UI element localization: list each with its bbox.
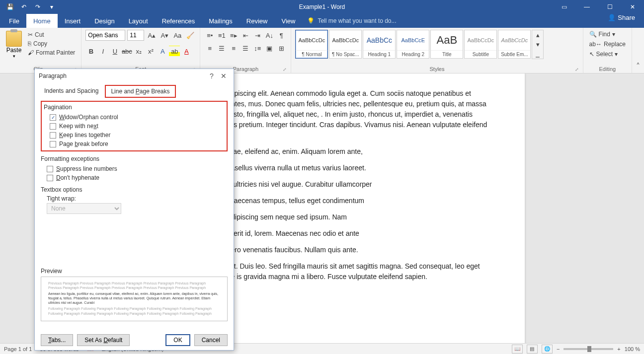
- dont-hyphenate-checkbox[interactable]: Don't hyphenate: [41, 173, 228, 182]
- underline-button[interactable]: U: [109, 46, 120, 57]
- strikethrough-button[interactable]: abc: [121, 46, 132, 57]
- page-break-before-checkbox[interactable]: Page break before: [44, 140, 225, 148]
- tell-me-placeholder: Tell me what you want to do...: [318, 17, 396, 24]
- dialog-tabs: Indents and Spacing Line and Page Breaks: [35, 83, 234, 98]
- text-effects-button[interactable]: A: [157, 46, 168, 57]
- close-button[interactable]: ✕: [621, 0, 644, 14]
- tab-design[interactable]: Design: [87, 14, 121, 28]
- web-layout-button[interactable]: 🌐: [542, 345, 553, 354]
- paragraph-launcher[interactable]: ⤢: [283, 67, 287, 72]
- font-color-button[interactable]: A: [181, 46, 192, 57]
- replace-button[interactable]: ab↔Replace: [587, 40, 628, 49]
- minimize-button[interactable]: —: [575, 0, 598, 14]
- zoom-thumb[interactable]: [587, 346, 591, 352]
- widow-orphan-checkbox[interactable]: ✓Widow/Orphan control: [44, 113, 225, 122]
- align-center-button[interactable]: ☰: [216, 43, 227, 54]
- set-default-button[interactable]: Set As Default: [77, 334, 130, 346]
- zoom-out-button[interactable]: −: [557, 346, 560, 352]
- tab-insert[interactable]: Insert: [58, 14, 88, 28]
- shading-button[interactable]: ▣: [264, 43, 275, 54]
- dialog-titlebar[interactable]: Paragraph ? ✕: [35, 69, 234, 83]
- copy-button[interactable]: ⎘Copy: [26, 40, 77, 48]
- tab-indents-spacing[interactable]: Indents and Spacing: [39, 85, 104, 98]
- search-icon: 🔍: [589, 31, 597, 38]
- show-marks-button[interactable]: ¶: [276, 30, 287, 41]
- zoom-level[interactable]: 100 %: [625, 346, 640, 352]
- select-button[interactable]: ↖Select ▾: [587, 50, 628, 59]
- tab-mailings[interactable]: Mailings: [202, 14, 240, 28]
- align-right-button[interactable]: ≡: [228, 43, 239, 54]
- tell-me-search[interactable]: 💡 Tell me what you want to do...: [307, 14, 396, 28]
- suppress-line-numbers-checkbox[interactable]: Suppress line numbers: [41, 164, 228, 173]
- style-heading-2[interactable]: AaBbCcEHeading 2: [397, 30, 429, 59]
- tab-view[interactable]: View: [274, 14, 302, 28]
- style-title[interactable]: AaBTitle: [430, 30, 463, 59]
- tab-line-page-breaks[interactable]: Line and Page Breaks: [105, 85, 175, 98]
- dialog-close-button[interactable]: ✕: [218, 72, 230, 80]
- bold-button[interactable]: B: [85, 46, 96, 57]
- tab-layout[interactable]: Layout: [122, 14, 155, 28]
- line-spacing-button[interactable]: ↕≡: [252, 43, 263, 54]
- cancel-button[interactable]: Cancel: [194, 334, 228, 346]
- keep-lines-together-checkbox[interactable]: Keep lines together: [44, 131, 225, 140]
- styles-launcher[interactable]: ⤢: [575, 67, 579, 72]
- increase-indent-button[interactable]: ⇥: [252, 30, 263, 41]
- italic-button[interactable]: I: [97, 46, 108, 57]
- multilevel-button[interactable]: ≡▸: [228, 30, 239, 41]
- ok-button[interactable]: OK: [165, 334, 190, 346]
- sort-button[interactable]: A↓: [264, 30, 275, 41]
- font-name-combo[interactable]: [85, 30, 125, 41]
- zoom-slider[interactable]: [564, 348, 613, 350]
- undo-button[interactable]: ↶: [18, 1, 30, 13]
- read-mode-button[interactable]: 📖: [512, 345, 523, 354]
- tab-file[interactable]: File: [2, 14, 26, 28]
- decrease-indent-button[interactable]: ⇤: [240, 30, 251, 41]
- page-indicator[interactable]: Page 1 of 1: [4, 346, 32, 352]
- styles-scroll-up[interactable]: ▴: [532, 30, 543, 40]
- paste-button[interactable]: Paste ▾: [4, 30, 24, 60]
- redo-button[interactable]: ↷: [32, 1, 44, 13]
- font-size-combo[interactable]: [127, 30, 144, 41]
- customize-qat-button[interactable]: ▾: [46, 1, 58, 13]
- grow-font-button[interactable]: A▴: [146, 30, 157, 41]
- highlight-button[interactable]: ab: [169, 46, 180, 57]
- tab-home[interactable]: Home: [26, 14, 58, 28]
- justify-button[interactable]: ☰: [240, 43, 251, 54]
- collapse-ribbon-button[interactable]: ˄: [636, 62, 640, 71]
- maximize-button[interactable]: ☐: [598, 0, 621, 14]
- subscript-button[interactable]: x₂: [133, 46, 144, 57]
- styles-more[interactable]: ⎯: [532, 49, 543, 59]
- paste-dropdown-icon: ▾: [13, 54, 15, 59]
- tabs-button[interactable]: Tabs...: [41, 334, 73, 346]
- keep-with-next-checkbox[interactable]: Keep with next: [44, 122, 225, 131]
- styles-gallery[interactable]: AaBbCcDc¶ Normal AaBbCcDc¶ No Spac... Aa…: [295, 30, 544, 59]
- numbering-button[interactable]: ≡1: [216, 30, 227, 41]
- share-button[interactable]: 👤 Share: [603, 14, 640, 21]
- styles-scroll-down[interactable]: ▾: [532, 40, 543, 49]
- pagination-section: Pagination ✓Widow/Orphan control Keep wi…: [41, 101, 228, 151]
- change-case-button[interactable]: Aa: [172, 30, 183, 41]
- style-subtle-emphasis[interactable]: AaBbCcDcSubtle Em...: [498, 30, 531, 59]
- dialog-help-button[interactable]: ?: [206, 72, 218, 80]
- bullets-button[interactable]: ≡•: [204, 30, 215, 41]
- print-layout-button[interactable]: ▤: [527, 345, 538, 354]
- formatting-exceptions-label: Formatting exceptions: [41, 155, 228, 162]
- style-no-spacing[interactable]: AaBbCcDc¶ No Spac...: [329, 30, 362, 59]
- shrink-font-button[interactable]: A▾: [159, 30, 170, 41]
- borders-button[interactable]: ⊞: [276, 43, 287, 54]
- clear-formatting-button[interactable]: 🧹: [185, 30, 196, 41]
- tab-review[interactable]: Review: [240, 14, 275, 28]
- find-button[interactable]: 🔍Find ▾: [587, 30, 628, 39]
- superscript-button[interactable]: x²: [145, 46, 156, 57]
- style-subtitle[interactable]: AaBbCcDcSubtitle: [464, 30, 497, 59]
- format-painter-button[interactable]: 🖌Format Painter: [26, 49, 77, 57]
- style-heading-1[interactable]: AaBbCcHeading 1: [363, 30, 396, 59]
- save-button[interactable]: 💾: [4, 1, 16, 13]
- zoom-in-button[interactable]: +: [617, 346, 620, 352]
- ribbon-options-button[interactable]: ▭: [553, 0, 575, 14]
- style-normal[interactable]: AaBbCcDc¶ Normal: [295, 30, 328, 59]
- tab-references[interactable]: References: [155, 14, 202, 28]
- align-left-button[interactable]: ≡: [204, 43, 215, 54]
- cut-button[interactable]: ✂Cut: [26, 31, 77, 39]
- ribbon: Paste ▾ ✂Cut ⎘Copy 🖌Format Painter Clip.…: [0, 28, 644, 73]
